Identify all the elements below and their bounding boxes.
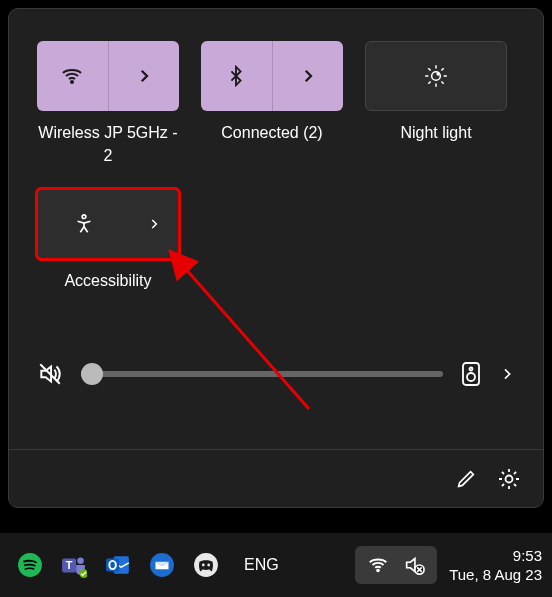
svg-point-16: [506, 475, 513, 482]
tray-quick-settings[interactable]: [355, 546, 437, 584]
svg-line-10: [441, 68, 443, 70]
accessibility-label: Accessibility: [64, 269, 151, 292]
bluetooth-toggle[interactable]: [201, 41, 273, 111]
svg-point-14: [470, 368, 473, 371]
discord-app-icon[interactable]: [192, 551, 220, 579]
wifi-tile[interactable]: [37, 41, 179, 111]
teams-icon: T: [61, 552, 87, 578]
wifi-icon: [367, 554, 389, 576]
svg-point-2: [437, 73, 439, 75]
gear-icon: [497, 467, 521, 491]
accessibility-tile-wrap: Accessibility: [37, 189, 179, 292]
svg-line-7: [428, 68, 430, 70]
clock-time: 9:53: [449, 546, 542, 566]
chevron-right-icon: [147, 217, 161, 231]
wifi-tile-wrap: Wireless JP 5GHz - 2: [37, 41, 179, 167]
bluetooth-tile[interactable]: [201, 41, 343, 111]
bluetooth-label: Connected (2): [221, 121, 322, 144]
spotify-app-icon[interactable]: [16, 551, 44, 579]
outlook-app-icon[interactable]: [104, 551, 132, 579]
audio-output-button[interactable]: [461, 361, 481, 387]
audio-expand[interactable]: [499, 366, 515, 382]
accessibility-toggle[interactable]: [38, 190, 129, 258]
nightlight-label: Night light: [400, 121, 471, 144]
outlook-icon: [105, 552, 131, 578]
system-tray: 9:53 Tue, 8 Aug 23: [355, 546, 542, 585]
volume-slider[interactable]: [81, 371, 443, 377]
quick-settings-panel: Wireless JP 5GHz - 2 Connected (2): [8, 8, 544, 508]
accessibility-expand[interactable]: [129, 190, 178, 258]
svg-point-30: [377, 570, 379, 572]
volume-thumb[interactable]: [81, 363, 103, 385]
svg-point-29: [207, 564, 210, 567]
svg-point-28: [202, 564, 205, 567]
panel-footer: [9, 449, 543, 507]
wifi-label: Wireless JP 5GHz - 2: [37, 121, 179, 167]
edit-button[interactable]: [455, 468, 477, 490]
clock[interactable]: 9:53 Tue, 8 Aug 23: [449, 546, 542, 585]
svg-point-21: [77, 557, 84, 564]
svg-point-0: [71, 81, 73, 83]
svg-point-11: [82, 215, 86, 219]
nightlight-tile[interactable]: [365, 41, 507, 111]
nightlight-tile-wrap: Night light: [365, 41, 507, 167]
taskbar: T: [0, 533, 552, 597]
volume-row: [37, 361, 515, 387]
wifi-expand[interactable]: [109, 41, 180, 111]
taskbar-apps: T: [16, 551, 279, 579]
svg-line-9: [428, 81, 430, 83]
svg-line-8: [441, 81, 443, 83]
thunderbird-app-icon[interactable]: [148, 551, 176, 579]
accessibility-tile[interactable]: [37, 189, 179, 259]
nightlight-icon: [423, 63, 449, 89]
bluetooth-tile-wrap: Connected (2): [201, 41, 343, 167]
mute-button[interactable]: [37, 361, 63, 387]
settings-button[interactable]: [497, 467, 521, 491]
svg-text:T: T: [66, 559, 73, 571]
spotify-icon: [17, 552, 43, 578]
accessibility-icon: [73, 213, 95, 235]
bluetooth-expand[interactable]: [273, 41, 344, 111]
language-indicator[interactable]: ENG: [244, 556, 279, 574]
tiles-grid: Wireless JP 5GHz - 2 Connected (2): [29, 29, 523, 293]
bluetooth-icon: [225, 65, 247, 87]
pencil-icon: [455, 468, 477, 490]
chevron-right-icon: [135, 67, 153, 85]
discord-icon: [193, 552, 219, 578]
chevron-right-icon: [499, 366, 515, 382]
chevron-right-icon: [299, 67, 317, 85]
speaker-device-icon: [461, 361, 481, 387]
svg-point-15: [467, 373, 475, 381]
wifi-toggle[interactable]: [37, 41, 109, 111]
thunderbird-icon: [149, 552, 175, 578]
clock-date: Tue, 8 Aug 23: [449, 565, 542, 585]
teams-app-icon[interactable]: T: [60, 551, 88, 579]
speaker-muted-icon: [37, 361, 63, 387]
wifi-icon: [60, 64, 84, 88]
speaker-muted-icon: [403, 554, 425, 576]
